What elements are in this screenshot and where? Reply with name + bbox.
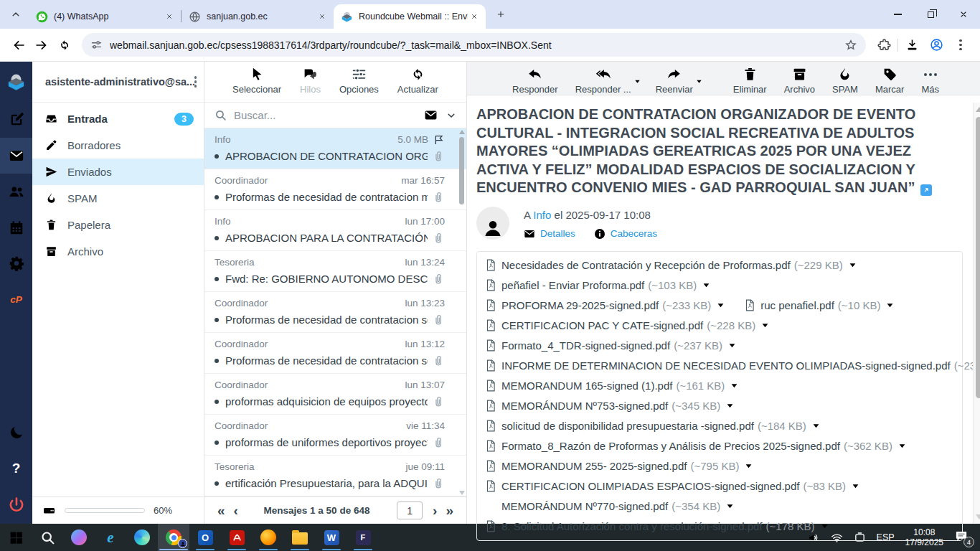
last-page-button[interactable]: »: [441, 504, 458, 517]
logout-button[interactable]: [0, 486, 32, 524]
file-explorer-icon[interactable]: [284, 524, 316, 551]
tab-search-button[interactable]: [6, 4, 26, 24]
acrobat-icon[interactable]: [221, 524, 253, 551]
attachment-item[interactable]: MEMORANDUM 165-signed (1).pdf(~161 KB): [486, 376, 738, 396]
attachment-item[interactable]: solicitud de disponibilidad presupuestar…: [486, 416, 820, 436]
prev-page-button[interactable]: ‹: [230, 504, 242, 517]
minimize-button[interactable]: [881, 0, 914, 29]
reply-all-caret-icon[interactable]: [634, 78, 641, 85]
attachment-item[interactable]: CERTIFICACION OLIMPIADAS ESPACIOS-signed…: [486, 476, 859, 496]
attachment-menu-icon[interactable]: [761, 321, 769, 329]
tab-close-icon[interactable]: [316, 11, 328, 23]
downloads-icon[interactable]: [900, 34, 924, 57]
browser-tab-sanjuan[interactable]: sanjuan.gob.ec: [182, 4, 334, 29]
new-tab-button[interactable]: [491, 5, 510, 24]
account-menu-icon[interactable]: [194, 76, 197, 87]
attachment-menu-icon[interactable]: [717, 301, 725, 309]
edge-icon[interactable]: [126, 524, 158, 551]
attachment-menu-icon[interactable]: [745, 462, 753, 470]
reload-button[interactable]: [53, 34, 76, 57]
attachment-item[interactable]: Formato_8_Razón de Proformas y Análisis …: [486, 436, 906, 456]
folder-papelera[interactable]: Papelera: [32, 212, 204, 238]
scroll-down-icon[interactable]: [459, 491, 465, 495]
profile-icon[interactable]: [924, 34, 948, 57]
reply-all-button[interactable]: Responder ...: [575, 67, 631, 95]
message-row[interactable]: Coordinadorlun 13:23 Proformas de necesi…: [204, 292, 466, 333]
folder-borradores[interactable]: Borradores: [32, 132, 204, 159]
scrollbar-thumb[interactable]: [976, 117, 980, 398]
refresh-button[interactable]: Actualizar: [397, 67, 438, 95]
attachment-item[interactable]: PROFORMA 29-2025-signed.pdf(~233 KB): [486, 296, 725, 316]
bookmark-star-icon[interactable]: [844, 39, 857, 52]
archive-button[interactable]: Archivo: [784, 67, 815, 95]
extensions-icon[interactable]: [872, 34, 896, 57]
message-row[interactable]: Infolun 17:00 APROBACION PARA LA CONTRAT…: [204, 210, 466, 251]
page-number-input[interactable]: [397, 501, 423, 519]
next-page-button[interactable]: ›: [428, 504, 441, 517]
threads-button[interactable]: Hilos: [300, 67, 321, 95]
search-scope-icon[interactable]: [424, 108, 438, 122]
taskbar-search-icon[interactable]: [32, 524, 63, 551]
scroll-up-icon[interactable]: [976, 107, 980, 112]
tab-close-icon[interactable]: [468, 11, 480, 23]
attachment-item[interactable]: INFORME DE DETERMINACION DE NECESIDAD EV…: [486, 356, 980, 376]
copilot-icon[interactable]: [63, 524, 95, 551]
attachment-menu-icon[interactable]: [702, 281, 710, 289]
attachment-menu-icon[interactable]: [821, 522, 829, 530]
close-button[interactable]: [947, 0, 980, 29]
recipient-link[interactable]: Info: [533, 209, 551, 221]
scroll-up-icon[interactable]: [459, 130, 465, 134]
browser-menu-icon[interactable]: [948, 34, 973, 57]
attachment-item[interactable]: MEMORÁNDUM Nº753-signed.pdf(~345 KB): [486, 396, 734, 416]
attachment-menu-icon[interactable]: [886, 301, 894, 309]
address-bar[interactable]: webmail.sanjuan.gob.ec/cpsess1988317614/…: [82, 33, 866, 57]
url-text[interactable]: webmail.sanjuan.gob.ec/cpsess1988317614/…: [110, 39, 844, 51]
attachment-menu-icon[interactable]: [852, 482, 859, 490]
message-row[interactable]: Coordinadormar 16:57 Proformas de necesi…: [204, 169, 466, 210]
folder-archivo[interactable]: Archivo: [32, 238, 204, 265]
outlook-icon[interactable]: O: [189, 524, 221, 551]
spam-button[interactable]: SPAM: [832, 67, 858, 95]
attachment-menu-icon[interactable]: [726, 502, 734, 510]
message-row[interactable]: Info5.0 MB APROBACION DE CONTRATACION OR…: [204, 128, 466, 169]
dark-mode-icon[interactable]: [0, 415, 32, 451]
headers-toggle[interactable]: Cabeceras: [594, 228, 657, 240]
fes-app-icon[interactable]: F: [347, 524, 379, 551]
action-center-icon[interactable]: 4: [954, 529, 971, 545]
attachment-item[interactable]: peñafiel - Enviar Proforma.pdf(~103 KB): [486, 276, 710, 296]
restore-button[interactable]: [914, 0, 947, 29]
select-button[interactable]: Seleccionar: [232, 67, 281, 95]
attachment-item[interactable]: MEMORÁNDUM Nº770-signed.pdf(~354 KB): [486, 496, 734, 517]
more-button[interactable]: Más: [921, 67, 939, 95]
message-row[interactable]: Coordinadorvie 11:34 proformas de unifor…: [204, 415, 466, 456]
folder-enviados[interactable]: Enviados: [32, 159, 204, 185]
mail-scrollbar[interactable]: [973, 103, 980, 524]
open-in-new-window-icon[interactable]: [920, 184, 932, 196]
folder-entrada[interactable]: Entrada 3: [32, 105, 204, 132]
back-button[interactable]: [7, 34, 30, 57]
word-icon[interactable]: W: [316, 524, 347, 551]
attachment-menu-icon[interactable]: [726, 402, 734, 410]
attachment-menu-icon[interactable]: [730, 382, 738, 390]
compose-button[interactable]: [0, 102, 32, 138]
attachment-item[interactable]: ruc penafiel.pdf(~10 KB): [745, 296, 894, 316]
browser-tab-whatsapp[interactable]: (4) WhatsApp: [29, 4, 181, 29]
reply-button[interactable]: Responder: [512, 67, 558, 95]
cpanel-button[interactable]: cP: [0, 281, 32, 317]
attachment-menu-icon[interactable]: [898, 442, 906, 450]
calendar-nav-button[interactable]: [0, 209, 32, 245]
delete-button[interactable]: Eliminar: [733, 67, 767, 95]
first-page-button[interactable]: «: [213, 504, 230, 517]
attachment-item[interactable]: Formato_4_TDR-signed-signed.pdf(~237 KB): [486, 336, 736, 356]
attachment-menu-icon[interactable]: [849, 261, 857, 269]
message-row[interactable]: Coordinadorlun 13:12 Proformas de necesi…: [204, 333, 466, 374]
attachment-item[interactable]: 8. Solicitud Autorización contra y resol…: [486, 517, 829, 537]
help-button[interactable]: ?: [0, 451, 32, 486]
site-info-icon[interactable]: [90, 39, 103, 51]
message-row[interactable]: Tesorerialun 13:24 Fwd: Re: GOBIERNO AUT…: [204, 251, 466, 292]
attachment-menu-icon[interactable]: [728, 342, 736, 349]
details-toggle[interactable]: Detalles: [524, 228, 575, 240]
attachment-item[interactable]: Necesidades de Contratación y Recepción …: [486, 255, 857, 276]
start-button[interactable]: [0, 524, 32, 551]
attachment-item[interactable]: MEMORANDUM 255- 2025-signed.pdf(~795 KB): [486, 456, 753, 476]
